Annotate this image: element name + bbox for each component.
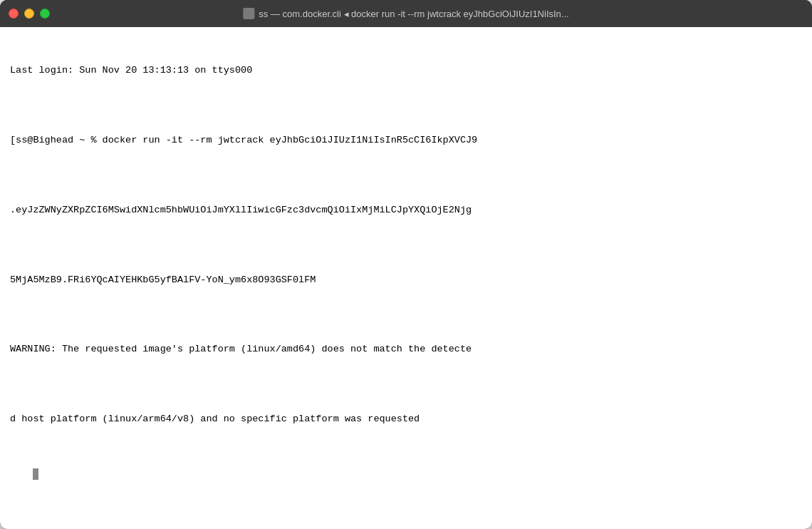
terminal-window: ss — com.docker.cli ◂ docker run -it --r…	[0, 0, 812, 529]
terminal-line-5: WARNING: The requested image's platform …	[10, 342, 802, 356]
terminal-body[interactable]: Last login: Sun Nov 20 13:13:13 on ttys0…	[0, 27, 812, 529]
window-icon	[243, 8, 254, 19]
titlebar: ss — com.docker.cli ◂ docker run -it --r…	[0, 0, 812, 27]
traffic-lights	[9, 9, 50, 19]
terminal-line-3: .eyJzZWNyZXRpZCI6MSwidXNlcm5hbWUiOiJmYXl…	[10, 203, 802, 217]
maximize-button[interactable]	[40, 9, 50, 19]
window-title: ss — com.docker.cli ◂ docker run -it --r…	[243, 8, 568, 19]
terminal-line-6: d host platform (linux/arm64/v8) and no …	[10, 412, 802, 426]
terminal-line-1: Last login: Sun Nov 20 13:13:13 on ttys0…	[10, 63, 802, 78]
minimize-button[interactable]	[24, 9, 34, 19]
terminal-line-4: 5MjA5MzB9.FRi6YQcAIYEHKbG5yfBAlFV-YoN_ym…	[10, 273, 802, 287]
close-button[interactable]	[9, 9, 19, 19]
terminal-line-2: [ss@Bighead ~ % docker run -it --rm jwtc…	[10, 133, 802, 148]
cursor	[33, 468, 38, 480]
